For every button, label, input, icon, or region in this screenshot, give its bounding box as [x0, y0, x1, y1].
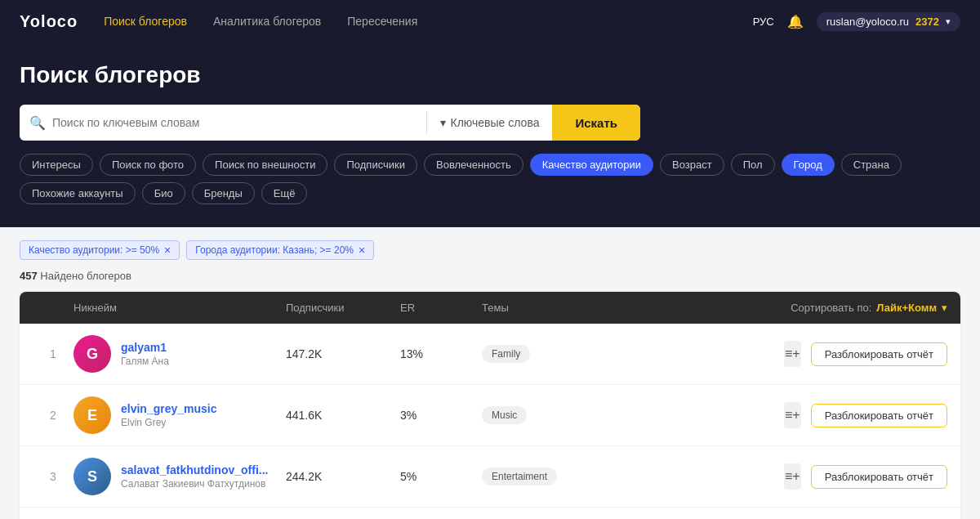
main-nav: Поиск блогеров Аналитика блогеров Пересе…	[104, 15, 726, 28]
results-label: Найдено блогеров	[40, 270, 131, 282]
keyword-dropdown-label: Ключевые слова	[451, 116, 540, 129]
active-filter-city-label: Города аудитории: Казань; >= 20%	[195, 244, 354, 256]
table-row: 2 E elvin_grey_music Elvin Grey 441.6K 3…	[20, 385, 960, 446]
blogger-cell-2: E elvin_grey_music Elvin Grey	[74, 396, 286, 434]
blogger-cell-3: S salavat_fatkhutdinov_offi... Салават З…	[74, 458, 286, 495]
action-cell-3: ≡+ Разблокировать отчёт	[784, 463, 947, 490]
nav-intersections[interactable]: Пересечения	[347, 15, 417, 28]
header-right: РУС 🔔 ruslan@yoloco.ru 2372 ▾	[753, 12, 960, 31]
logo: Yoloco	[20, 12, 78, 31]
blogger-info-2: elvin_grey_music Elvin Grey	[121, 402, 217, 428]
chip-gender[interactable]: Пол	[731, 154, 775, 176]
table-row: 4 A anvar_nurgaliev Анвар Нургалиев 295.…	[20, 508, 960, 519]
sort-value: Лайк+Комм	[876, 302, 937, 314]
theme-pill-1: Family	[482, 345, 530, 363]
row-num-2: 2	[33, 409, 74, 422]
avatar-1: G	[74, 335, 111, 373]
theme-3: Entertaiment	[482, 468, 662, 485]
results-table: Никнейм Подписчики ER Темы Сортировать п…	[20, 292, 960, 519]
blogger-username-1[interactable]: galyam1	[121, 341, 169, 354]
theme-pill-2: Music	[482, 406, 527, 424]
blogger-cell-1: G galyam1 Галям Ана	[74, 335, 286, 373]
active-filter-city-close[interactable]: ×	[359, 244, 365, 256]
chip-audience-quality[interactable]: Качество аудитории	[530, 154, 653, 176]
er-2: 3%	[400, 409, 482, 422]
blogger-name-1: Галям Ана	[121, 356, 169, 367]
chip-interests[interactable]: Интересы	[20, 154, 93, 176]
chip-similar-accounts[interactable]: Похожие аккаунты	[20, 182, 136, 204]
chevron-down-icon: ▾	[946, 16, 951, 27]
th-er: ER	[400, 302, 482, 314]
chip-country[interactable]: Страна	[841, 154, 902, 176]
lang-switch[interactable]: РУС	[753, 16, 774, 28]
avatar-letter-2: E	[74, 396, 111, 434]
subscribers-2: 441.6K	[286, 409, 400, 422]
subscribers-3: 244.2K	[286, 470, 400, 483]
active-filter-city[interactable]: Города аудитории: Казань; >= 20% ×	[186, 240, 374, 260]
active-filter-quality-close[interactable]: ×	[164, 244, 171, 256]
add-to-list-btn-1[interactable]: ≡+	[784, 341, 801, 367]
avatar-letter-3: S	[74, 458, 111, 495]
chip-bio[interactable]: Био	[142, 182, 185, 204]
theme-2: Music	[482, 406, 662, 424]
chip-engagement[interactable]: Вовлеченность	[424, 154, 523, 176]
chip-appearance-search[interactable]: Поиск по внешности	[203, 154, 327, 176]
keyword-dropdown[interactable]: ▾ Ключевые слова	[427, 116, 553, 129]
nav-analytics[interactable]: Аналитика блогеров	[213, 15, 321, 28]
hero-section: Поиск блогеров 🔍 ▾ Ключевые слова Искать…	[0, 43, 980, 227]
theme-1: Family	[482, 345, 662, 363]
th-sort[interactable]: Сортировать по: Лайк+Комм ▾	[784, 302, 947, 314]
search-input[interactable]	[52, 116, 416, 129]
active-filter-quality-label: Качество аудитории: >= 50%	[29, 244, 159, 256]
table-row: 3 S salavat_fatkhutdinov_offi... Салават…	[20, 446, 960, 508]
chip-age[interactable]: Возраст	[660, 154, 724, 176]
er-3: 5%	[400, 470, 482, 483]
row-num-1: 1	[33, 347, 74, 360]
filter-chips: Интересы Поиск по фото Поиск по внешност…	[20, 154, 960, 204]
search-bar: 🔍 ▾ Ключевые слова Искать	[20, 105, 640, 141]
user-email: ruslan@yoloco.ru	[826, 16, 909, 28]
blogger-info-1: galyam1 Галям Ана	[121, 341, 169, 367]
content-area: Качество аудитории: >= 50% × Города ауди…	[0, 227, 980, 519]
theme-pill-3: Entertaiment	[482, 468, 557, 485]
blogger-name-2: Elvin Grey	[121, 417, 217, 428]
sort-prefix: Сортировать по:	[791, 302, 871, 314]
action-cell-2: ≡+ Разблокировать отчёт	[784, 402, 947, 428]
chip-brands[interactable]: Бренды	[192, 182, 255, 204]
row-num-3: 3	[33, 470, 74, 483]
blogger-info-3: salavat_fatkhutdinov_offi... Салават Зак…	[121, 463, 268, 490]
avatar-2: E	[74, 396, 111, 434]
nav-search[interactable]: Поиск блогеров	[104, 15, 187, 28]
sort-chevron-icon: ▾	[942, 302, 947, 314]
chip-photo-search[interactable]: Поиск по фото	[100, 154, 196, 176]
user-menu[interactable]: ruslan@yoloco.ru 2372 ▾	[817, 12, 960, 31]
search-icon: 🔍	[29, 115, 46, 131]
chip-city[interactable]: Город	[782, 154, 835, 176]
avatar-3: S	[74, 458, 111, 495]
chip-more[interactable]: Ещё	[261, 182, 308, 204]
table-row: 1 G galyam1 Галям Ана 147.2K 13% Family …	[20, 324, 960, 385]
blogger-username-2[interactable]: elvin_grey_music	[121, 402, 217, 415]
blogger-name-3: Салават Закиевич Фатхутдинов	[121, 478, 268, 490]
chip-subscribers[interactable]: Подписчики	[334, 154, 417, 176]
unlock-btn-2[interactable]: Разблокировать отчёт	[811, 404, 947, 427]
keyword-dropdown-arrow: ▾	[440, 116, 446, 129]
active-filter-quality[interactable]: Качество аудитории: >= 50% ×	[20, 240, 180, 260]
user-credits: 2372	[915, 16, 939, 28]
th-subscribers: Подписчики	[286, 302, 400, 314]
th-themes: Темы	[482, 302, 662, 314]
bell-icon[interactable]: 🔔	[787, 14, 804, 29]
action-cell-1: ≡+ Разблокировать отчёт	[784, 341, 947, 367]
blogger-username-3[interactable]: salavat_fatkhutdinov_offi...	[121, 463, 268, 476]
search-input-wrap: 🔍	[20, 115, 426, 131]
table-header: Никнейм Подписчики ER Темы Сортировать п…	[20, 292, 960, 324]
search-button[interactable]: Искать	[552, 105, 640, 141]
add-to-list-btn-2[interactable]: ≡+	[784, 402, 801, 428]
results-number: 457	[20, 270, 38, 282]
subscribers-1: 147.2K	[286, 347, 400, 360]
unlock-btn-3[interactable]: Разблокировать отчёт	[811, 465, 947, 489]
add-to-list-btn-3[interactable]: ≡+	[784, 463, 801, 490]
results-count: 457 Найдено блогеров	[20, 270, 960, 282]
th-nickname: Никнейм	[74, 302, 286, 314]
unlock-btn-1[interactable]: Разблокировать отчёт	[811, 342, 947, 366]
